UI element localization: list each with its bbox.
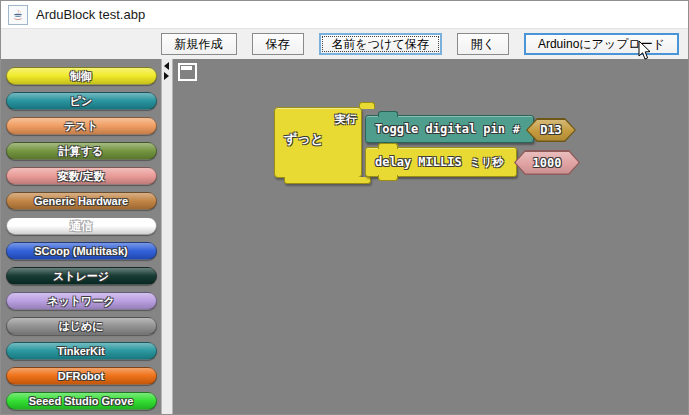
toolbar-buttons: 新規作成保存名前をつけて保存開くArduinoにアップロード: [1, 29, 688, 59]
sidebar-category-10[interactable]: はじめに: [6, 317, 157, 335]
sidebar-category-12[interactable]: DFRobot: [6, 367, 157, 385]
toolbar-button-upload[interactable]: Arduinoにアップロード: [524, 33, 679, 55]
collapse-left-icon[interactable]: [164, 62, 169, 70]
sidebar-category-9[interactable]: ネットワーク: [6, 292, 157, 310]
sidebar-category-list: 制御ピンテスト計算する変数/定数Generic Hardware通信SCoop …: [1, 59, 161, 414]
title-bar: ArduBlock test.abp: [1, 1, 688, 29]
sidebar-category-3[interactable]: 計算する: [6, 142, 157, 160]
block-label: delay MILLIS: [375, 155, 462, 169]
sidebar-category-0[interactable]: 制御: [6, 67, 157, 85]
minimized-navigator-icon[interactable]: [178, 63, 197, 81]
sidebar-category-1[interactable]: ピン: [6, 92, 157, 110]
toolbar-button-save[interactable]: 保存: [252, 33, 304, 55]
ardublock-window: ArduBlock test.abp 新規作成保存名前をつけて保存開くArdui…: [0, 0, 689, 415]
sidebar-category-8[interactable]: ストレージ: [6, 267, 157, 285]
main-area: 制御ピンテスト計算する変数/定数Generic Hardware通信SCoop …: [1, 59, 688, 414]
value-block-delay-ms[interactable]: 1000: [514, 150, 580, 175]
toolbar-button-save-as[interactable]: 名前をつけて保存: [319, 33, 442, 55]
block-canvas[interactable]: 実行 ずっと Toggle digital pin # D13 delay MI…: [173, 59, 688, 414]
sidebar-category-11[interactable]: TinkerKit: [6, 342, 157, 360]
pin-value: D13: [540, 123, 562, 137]
sidebar-category-5[interactable]: Generic Hardware: [6, 192, 157, 210]
block-toggle-digital-pin[interactable]: Toggle digital pin #: [365, 115, 534, 143]
sidebar-category-7[interactable]: SCoop (Multitask): [6, 242, 157, 260]
sidebar-category-6[interactable]: 通信: [6, 217, 157, 235]
toolbar-button-new[interactable]: 新規作成: [161, 33, 237, 55]
block-label: Toggle digital pin: [375, 122, 505, 136]
toolbar-button-open[interactable]: 開く: [457, 33, 509, 55]
loop-block-bottom-tab: [284, 177, 371, 184]
sidebar-category-4[interactable]: 変数/定数: [6, 167, 157, 185]
block-param-label: ミリ秒: [470, 155, 504, 170]
sidebar-category-13[interactable]: Seeed Studio Grove: [6, 392, 157, 410]
loop-slot-label: 実行: [335, 112, 357, 127]
sidebar-category-2[interactable]: テスト: [6, 117, 157, 135]
splitpane-divider[interactable]: [161, 59, 173, 414]
expand-right-icon[interactable]: [164, 72, 169, 80]
loop-block-label: ずっと: [284, 130, 324, 148]
delay-value: 1000: [533, 156, 562, 170]
block-param-label: #: [513, 123, 520, 136]
block-delay-millis[interactable]: delay MILLIS ミリ秒: [365, 147, 517, 177]
java-coffee-cup-icon: [8, 5, 28, 25]
window-title: ArduBlock test.abp: [36, 7, 145, 22]
loop-block[interactable]: 実行 ずっと: [274, 107, 362, 178]
